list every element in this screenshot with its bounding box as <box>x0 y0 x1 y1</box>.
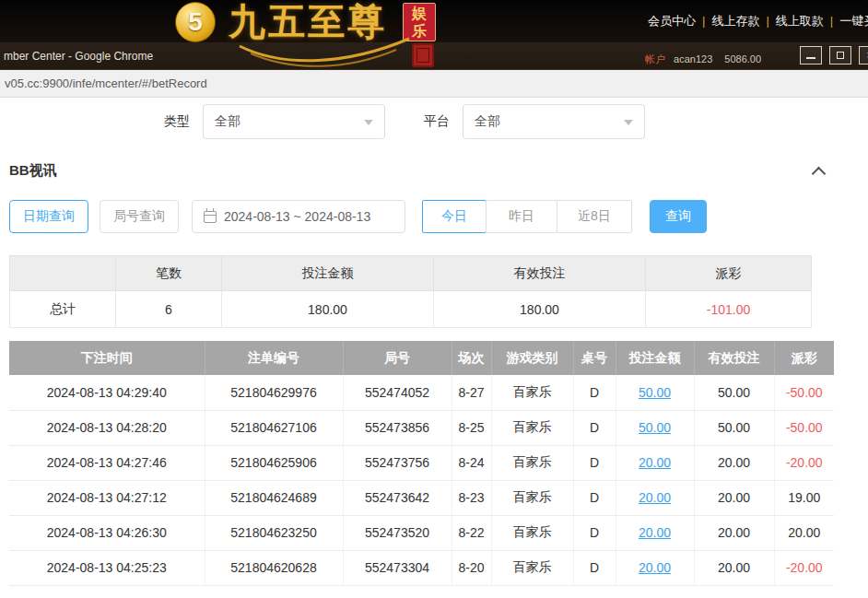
bet-amount-link[interactable]: 20.00 <box>639 560 671 575</box>
cell-bet-time: 2024-08-13 04:28:20 <box>9 410 205 445</box>
detail-header-row: 下注时间 注单编号 局号 场次 游戏类别 桌号 投注金额 有效投注 派彩 <box>9 341 834 375</box>
date-query-button[interactable]: 日期查询 <box>9 200 88 233</box>
bet-amount-link[interactable]: 50.00 <box>639 385 671 400</box>
cell-bet-amount: 50.00 <box>616 410 694 445</box>
cell-valid-bet: 20.00 <box>694 480 774 515</box>
cell-order-number: 521804620628 <box>205 550 343 585</box>
cell-order-number: 521804624689 <box>205 480 343 515</box>
bet-amount-link[interactable]: 20.00 <box>639 525 671 540</box>
bet-amount-link[interactable]: 20.00 <box>639 490 671 505</box>
minimize-button[interactable] <box>800 46 822 64</box>
window-title: mber Center - Google Chrome <box>4 50 153 63</box>
nav-member-center[interactable]: 会员中心 <box>648 14 696 28</box>
cell-bet-amount: 20.00 <box>616 480 694 515</box>
col-header-round-number: 局号 <box>343 341 452 375</box>
cell-table-number: D <box>573 445 616 480</box>
chevron-down-icon <box>364 120 373 125</box>
minimize-icon <box>806 57 815 59</box>
platform-select[interactable]: 全部 <box>463 104 645 139</box>
search-button[interactable]: 查询 <box>650 200 707 233</box>
user-name: acan123 <box>674 53 712 64</box>
user-info: 帐户 acan123 5086.00 <box>645 53 761 66</box>
cell-bet-time: 2024-08-13 04:29:40 <box>9 375 205 410</box>
cell-bet-time: 2024-08-13 04:26:30 <box>9 515 205 550</box>
cell-valid-bet: 20.00 <box>694 550 774 585</box>
type-select[interactable]: 全部 <box>203 104 385 139</box>
cell-valid-bet: 50.00 <box>694 410 774 445</box>
cell-table-number: D <box>573 410 616 445</box>
calendar-icon <box>204 211 217 223</box>
cell-game-type: 百家乐 <box>491 410 573 445</box>
bet-amount-link[interactable]: 20.00 <box>639 455 671 470</box>
table-row: 2024-08-13 04:26:30 521804623250 5524735… <box>9 515 834 550</box>
cell-round-number: 552473756 <box>343 445 452 480</box>
top-nav: 会员中心|线上存款|线上取款|一键买分 <box>648 13 868 29</box>
cell-payout: -50.00 <box>774 410 834 445</box>
nav-separator: | <box>830 14 833 28</box>
site-header: 5 九五至尊 娱乐 会员中心|线上存款|线上取款|一键买分 <box>0 0 868 42</box>
summary-total-label: 总计 <box>10 291 116 328</box>
type-filter-label: 类型 <box>164 113 190 130</box>
cell-session: 8-27 <box>452 375 491 410</box>
cell-table-number: D <box>573 515 616 550</box>
col-header-bet-time: 下注时间 <box>9 341 205 375</box>
platform-select-value: 全部 <box>475 113 500 130</box>
table-row: 2024-08-13 04:29:40 521804629976 5524740… <box>9 375 834 410</box>
close-button[interactable]: × <box>859 46 868 64</box>
cell-order-number: 521804623250 <box>205 515 343 550</box>
cell-round-number: 552473642 <box>343 480 452 515</box>
user-label: 帐户 <box>645 53 665 64</box>
cell-bet-amount: 20.00 <box>616 550 694 585</box>
nav-one-key[interactable]: 一键买分 <box>839 14 868 28</box>
cell-round-number: 552473304 <box>343 550 452 585</box>
maximize-button[interactable] <box>829 46 851 64</box>
yesterday-button[interactable]: 昨日 <box>486 200 557 233</box>
cell-valid-bet: 20.00 <box>694 515 774 550</box>
cell-bet-amount: 50.00 <box>616 375 694 410</box>
nav-separator: | <box>766 14 768 28</box>
type-select-value: 全部 <box>215 113 240 130</box>
cell-valid-bet: 20.00 <box>694 445 774 480</box>
chevron-down-icon <box>624 120 633 125</box>
nav-online-deposit[interactable]: 线上存款 <box>711 14 759 28</box>
cell-round-number: 552473856 <box>343 410 452 445</box>
maximize-icon <box>837 52 844 59</box>
last-8-days-button[interactable]: 近8日 <box>557 200 632 233</box>
cell-round-number: 552473520 <box>343 515 452 550</box>
collapse-chevron-up-icon[interactable] <box>812 167 827 182</box>
cell-game-type: 百家乐 <box>491 445 573 480</box>
bet-amount-link[interactable]: 50.00 <box>639 420 671 435</box>
cell-session: 8-22 <box>452 515 491 550</box>
table-row: 2024-08-13 04:28:20 521804627106 5524738… <box>9 410 834 445</box>
cell-bet-amount: 20.00 <box>616 445 694 480</box>
col-header-session: 场次 <box>452 341 491 375</box>
table-row: 2024-08-13 04:25:23 521804620628 5524733… <box>9 550 834 585</box>
screen: 5 九五至尊 娱乐 会员中心|线上存款|线上取款|一键买分 mber Cente… <box>0 0 868 598</box>
cell-payout: -20.00 <box>774 445 834 480</box>
platform-filter-label: 平台 <box>424 113 450 130</box>
seal-stamp-icon <box>412 43 434 67</box>
cell-bet-time: 2024-08-13 04:27:12 <box>9 480 205 515</box>
logo-coin-icon: 5 <box>175 2 216 42</box>
cell-session: 8-20 <box>452 550 491 585</box>
cell-order-number: 521804627106 <box>205 410 343 445</box>
cell-table-number: D <box>573 480 616 515</box>
summary-col-count: 笔数 <box>116 256 222 291</box>
cell-game-type: 百家乐 <box>491 480 573 515</box>
cell-table-number: D <box>573 375 616 410</box>
col-header-valid-bet: 有效投注 <box>694 341 774 375</box>
today-button[interactable]: 今日 <box>422 200 487 233</box>
summary-bet-amount: 180.00 <box>222 291 434 328</box>
cell-bet-time: 2024-08-13 04:27:46 <box>9 445 205 480</box>
bet-record-table: 下注时间 注单编号 局号 场次 游戏类别 桌号 投注金额 有效投注 派彩 202… <box>9 341 834 586</box>
summary-header-row: 笔数 投注金额 有效投注 派彩 <box>10 256 812 291</box>
date-range-input[interactable]: 2024-08-13 ~ 2024-08-13 <box>192 200 405 233</box>
cell-bet-time: 2024-08-13 04:25:23 <box>9 550 205 585</box>
cell-round-number: 552474052 <box>343 375 452 410</box>
col-header-order-number: 注单编号 <box>205 341 343 375</box>
nav-online-withdraw[interactable]: 线上取款 <box>776 14 824 28</box>
col-header-game-type: 游戏类别 <box>491 341 573 375</box>
url-text[interactable]: v05.cc:9900/infe/mcenter/#/betRecord <box>5 76 207 90</box>
round-query-button[interactable]: 局号查询 <box>100 200 179 233</box>
cell-table-number: D <box>573 550 616 585</box>
